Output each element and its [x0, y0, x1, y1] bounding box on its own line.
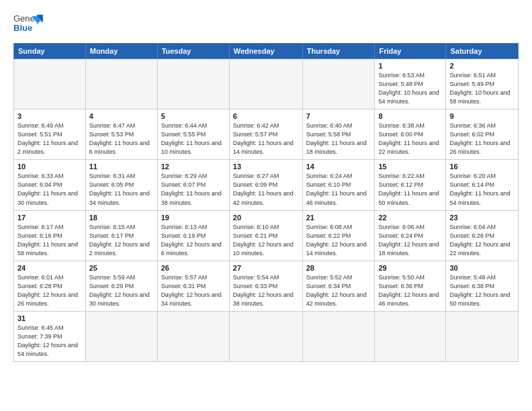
calendar-cell: [229, 59, 302, 109]
day-number: 23: [449, 214, 515, 222]
col-friday: Friday: [375, 44, 446, 59]
calendar-cell: 25Sunrise: 5:59 AM Sunset: 6:29 PM Dayli…: [85, 261, 157, 311]
calendar-cell: [157, 59, 229, 109]
calendar-cell: 9Sunrise: 6:36 AM Sunset: 6:02 PM Daylig…: [446, 109, 519, 160]
calendar-cell: 10Sunrise: 6:33 AM Sunset: 6:04 PM Dayli…: [14, 160, 86, 210]
day-info: Sunrise: 6:17 AM Sunset: 6:16 PM Dayligh…: [17, 223, 82, 258]
calendar-cell: 18Sunrise: 6:15 AM Sunset: 6:17 PM Dayli…: [85, 210, 157, 261]
day-number: 30: [449, 264, 515, 272]
day-info: Sunrise: 6:38 AM Sunset: 6:00 PM Dayligh…: [378, 122, 442, 156]
calendar-cell: 13Sunrise: 6:27 AM Sunset: 6:09 PM Dayli…: [229, 160, 302, 210]
day-info: Sunrise: 6:47 AM Sunset: 5:53 PM Dayligh…: [89, 122, 154, 156]
calendar-cell: 7Sunrise: 6:40 AM Sunset: 5:58 PM Daylig…: [302, 109, 375, 160]
day-number: 11: [89, 163, 154, 171]
calendar-cell: 15Sunrise: 6:22 AM Sunset: 6:12 PM Dayli…: [375, 160, 446, 210]
day-number: 14: [306, 163, 371, 171]
day-info: Sunrise: 6:49 AM Sunset: 5:51 PM Dayligh…: [17, 122, 82, 156]
day-info: Sunrise: 6:08 AM Sunset: 6:22 PM Dayligh…: [306, 223, 371, 258]
calendar-cell: 20Sunrise: 6:10 AM Sunset: 6:21 PM Dayli…: [229, 210, 302, 261]
day-info: Sunrise: 6:40 AM Sunset: 5:58 PM Dayligh…: [306, 122, 371, 156]
calendar-cell: 26Sunrise: 5:57 AM Sunset: 6:31 PM Dayli…: [157, 261, 229, 311]
day-info: Sunrise: 6:13 AM Sunset: 6:19 PM Dayligh…: [161, 223, 226, 258]
day-number: 17: [17, 214, 82, 222]
calendar-cell: 11Sunrise: 6:31 AM Sunset: 6:05 PM Dayli…: [85, 160, 157, 210]
calendar-cell: [229, 311, 302, 361]
day-number: 18: [89, 214, 154, 222]
day-info: Sunrise: 6:06 AM Sunset: 6:24 PM Dayligh…: [378, 223, 442, 258]
day-info: Sunrise: 6:01 AM Sunset: 6:28 PM Dayligh…: [17, 273, 82, 308]
calendar-cell: 3Sunrise: 6:49 AM Sunset: 5:51 PM Daylig…: [14, 109, 86, 160]
calendar-cell: 22Sunrise: 6:06 AM Sunset: 6:24 PM Dayli…: [375, 210, 446, 261]
day-number: 27: [233, 264, 299, 272]
day-info: Sunrise: 6:45 AM Sunset: 7:39 PM Dayligh…: [17, 324, 82, 359]
day-number: 13: [233, 163, 299, 171]
col-sunday: Sunday: [14, 44, 86, 59]
generalblue-logo-icon: General Blue: [13, 11, 43, 38]
day-number: 12: [161, 163, 226, 171]
calendar-header-row: Sunday Monday Tuesday Wednesday Thursday…: [14, 44, 519, 59]
day-info: Sunrise: 6:10 AM Sunset: 6:21 PM Dayligh…: [233, 223, 299, 258]
day-info: Sunrise: 5:50 AM Sunset: 6:36 PM Dayligh…: [378, 273, 442, 308]
col-thursday: Thursday: [302, 44, 375, 59]
calendar-cell: 30Sunrise: 5:48 AM Sunset: 6:38 PM Dayli…: [446, 261, 519, 311]
calendar-cell: 2Sunrise: 6:51 AM Sunset: 5:49 PM Daylig…: [446, 59, 519, 109]
calendar-cell: [302, 311, 375, 361]
calendar-cell: 8Sunrise: 6:38 AM Sunset: 6:00 PM Daylig…: [375, 109, 446, 160]
day-number: 10: [17, 163, 82, 171]
day-number: 26: [161, 264, 226, 272]
logo: General Blue: [13, 11, 43, 38]
day-info: Sunrise: 6:42 AM Sunset: 5:57 PM Dayligh…: [233, 122, 299, 156]
col-tuesday: Tuesday: [157, 44, 229, 59]
calendar-cell: 12Sunrise: 6:29 AM Sunset: 6:07 PM Dayli…: [157, 160, 229, 210]
header: General Blue: [13, 11, 519, 38]
day-number: 28: [306, 264, 371, 272]
calendar-cell: 16Sunrise: 6:20 AM Sunset: 6:14 PM Dayli…: [446, 160, 519, 210]
calendar-cell: 19Sunrise: 6:13 AM Sunset: 6:19 PM Dayli…: [157, 210, 229, 261]
day-number: 4: [89, 112, 154, 120]
col-monday: Monday: [85, 44, 157, 59]
day-info: Sunrise: 6:20 AM Sunset: 6:14 PM Dayligh…: [449, 172, 515, 207]
day-info: Sunrise: 5:54 AM Sunset: 6:33 PM Dayligh…: [233, 273, 299, 308]
day-info: Sunrise: 5:57 AM Sunset: 6:31 PM Dayligh…: [161, 273, 226, 308]
day-number: 20: [233, 214, 299, 222]
calendar-cell: [85, 59, 157, 109]
day-number: 7: [306, 112, 371, 120]
calendar-cell: [375, 311, 446, 361]
calendar-cell: [85, 311, 157, 361]
calendar-cell: [446, 311, 519, 361]
day-number: 8: [378, 112, 442, 120]
calendar-cell: 17Sunrise: 6:17 AM Sunset: 6:16 PM Dayli…: [14, 210, 86, 261]
calendar-week-row: 1Sunrise: 6:53 AM Sunset: 5:48 PM Daylig…: [14, 59, 519, 109]
day-info: Sunrise: 6:15 AM Sunset: 6:17 PM Dayligh…: [89, 223, 154, 258]
calendar-week-row: 17Sunrise: 6:17 AM Sunset: 6:16 PM Dayli…: [14, 210, 519, 261]
day-number: 25: [89, 264, 154, 272]
calendar-cell: [157, 311, 229, 361]
calendar-cell: 21Sunrise: 6:08 AM Sunset: 6:22 PM Dayli…: [302, 210, 375, 261]
day-number: 31: [17, 314, 82, 322]
calendar-cell: 24Sunrise: 6:01 AM Sunset: 6:28 PM Dayli…: [14, 261, 86, 311]
day-info: Sunrise: 5:48 AM Sunset: 6:38 PM Dayligh…: [449, 273, 515, 308]
calendar-cell: 4Sunrise: 6:47 AM Sunset: 5:53 PM Daylig…: [85, 109, 157, 160]
col-saturday: Saturday: [446, 44, 519, 59]
calendar-week-row: 10Sunrise: 6:33 AM Sunset: 6:04 PM Dayli…: [14, 160, 519, 210]
day-number: 19: [161, 214, 226, 222]
calendar-cell: 14Sunrise: 6:24 AM Sunset: 6:10 PM Dayli…: [302, 160, 375, 210]
day-number: 16: [449, 163, 515, 171]
day-info: Sunrise: 6:31 AM Sunset: 6:05 PM Dayligh…: [89, 172, 154, 207]
day-number: 3: [17, 112, 82, 120]
day-number: 29: [378, 264, 442, 272]
calendar-cell: [14, 59, 86, 109]
calendar-week-row: 31Sunrise: 6:45 AM Sunset: 7:39 PM Dayli…: [14, 311, 519, 361]
day-info: Sunrise: 6:33 AM Sunset: 6:04 PM Dayligh…: [17, 172, 82, 207]
calendar-cell: 28Sunrise: 5:52 AM Sunset: 6:34 PM Dayli…: [302, 261, 375, 311]
day-number: 2: [449, 62, 515, 70]
page: General Blue Sunday Monday Tuesday Wedne…: [0, 0, 532, 411]
day-number: 9: [449, 112, 515, 120]
day-number: 24: [17, 264, 82, 272]
day-number: 5: [161, 112, 226, 120]
day-info: Sunrise: 5:59 AM Sunset: 6:29 PM Dayligh…: [89, 273, 154, 308]
day-info: Sunrise: 6:29 AM Sunset: 6:07 PM Dayligh…: [161, 172, 226, 207]
day-info: Sunrise: 6:44 AM Sunset: 5:55 PM Dayligh…: [161, 122, 226, 156]
day-info: Sunrise: 6:36 AM Sunset: 6:02 PM Dayligh…: [449, 122, 515, 156]
calendar-cell: 27Sunrise: 5:54 AM Sunset: 6:33 PM Dayli…: [229, 261, 302, 311]
